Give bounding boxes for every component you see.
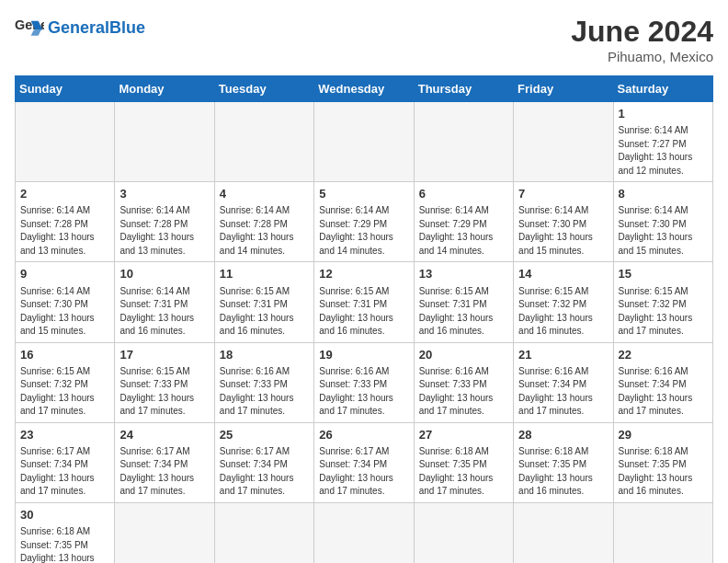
day-number: 2 — [20, 186, 109, 202]
day-info: Sunrise: 6:14 AM Sunset: 7:30 PM Dayligh… — [20, 285, 109, 339]
day-number: 21 — [518, 347, 608, 363]
page-header: General GeneralBlue June 2024 Pihuamo, M… — [15, 15, 713, 64]
day-cell: 22Sunrise: 6:16 AM Sunset: 7:34 PM Dayli… — [613, 342, 712, 422]
day-cell — [414, 502, 513, 563]
day-number: 19 — [319, 347, 408, 363]
day-cell — [214, 502, 313, 563]
day-info: Sunrise: 6:15 AM Sunset: 7:31 PM Dayligh… — [419, 285, 508, 339]
day-cell: 11Sunrise: 6:15 AM Sunset: 7:31 PM Dayli… — [214, 262, 313, 342]
weekday-header-wednesday: Wednesday — [314, 76, 414, 102]
day-cell: 10Sunrise: 6:14 AM Sunset: 7:31 PM Dayli… — [115, 262, 214, 342]
day-cell: 20Sunrise: 6:16 AM Sunset: 7:33 PM Dayli… — [414, 342, 513, 422]
day-cell: 3Sunrise: 6:14 AM Sunset: 7:28 PM Daylig… — [115, 182, 214, 262]
day-number: 26 — [319, 427, 408, 443]
day-number: 7 — [518, 186, 608, 202]
day-cell — [514, 502, 613, 563]
day-number: 4 — [220, 186, 309, 202]
day-info: Sunrise: 6:16 AM Sunset: 7:33 PM Dayligh… — [419, 365, 508, 419]
day-info: Sunrise: 6:17 AM Sunset: 7:34 PM Dayligh… — [119, 445, 209, 499]
day-cell: 2Sunrise: 6:14 AM Sunset: 7:28 PM Daylig… — [16, 182, 115, 262]
day-info: Sunrise: 6:15 AM Sunset: 7:33 PM Dayligh… — [119, 365, 209, 419]
day-info: Sunrise: 6:14 AM Sunset: 7:28 PM Dayligh… — [20, 204, 109, 258]
day-cell — [115, 102, 214, 182]
day-cell: 28Sunrise: 6:18 AM Sunset: 7:35 PM Dayli… — [514, 422, 613, 502]
day-info: Sunrise: 6:16 AM Sunset: 7:33 PM Dayligh… — [220, 365, 309, 419]
weekday-header-saturday: Saturday — [613, 76, 712, 102]
day-info: Sunrise: 6:14 AM Sunset: 7:28 PM Dayligh… — [119, 204, 209, 258]
week-row-3: 9Sunrise: 6:14 AM Sunset: 7:30 PM Daylig… — [16, 262, 713, 342]
day-number: 29 — [619, 427, 708, 443]
day-number: 18 — [220, 347, 309, 363]
day-cell: 9Sunrise: 6:14 AM Sunset: 7:30 PM Daylig… — [16, 262, 115, 342]
day-cell: 12Sunrise: 6:15 AM Sunset: 7:31 PM Dayli… — [314, 262, 414, 342]
weekday-header-friday: Friday — [514, 76, 613, 102]
weekday-header-monday: Monday — [115, 76, 214, 102]
logo-text: GeneralBlue — [48, 18, 145, 38]
day-info: Sunrise: 6:14 AM Sunset: 7:29 PM Dayligh… — [419, 204, 508, 258]
day-cell: 8Sunrise: 6:14 AM Sunset: 7:30 PM Daylig… — [613, 182, 712, 262]
day-info: Sunrise: 6:14 AM Sunset: 7:30 PM Dayligh… — [518, 204, 608, 258]
week-row-4: 16Sunrise: 6:15 AM Sunset: 7:32 PM Dayli… — [16, 342, 713, 422]
day-cell: 15Sunrise: 6:15 AM Sunset: 7:32 PM Dayli… — [613, 262, 712, 342]
weekday-header-thursday: Thursday — [414, 76, 513, 102]
day-number: 15 — [619, 266, 708, 282]
day-info: Sunrise: 6:15 AM Sunset: 7:31 PM Dayligh… — [319, 285, 408, 339]
weekday-header-sunday: Sunday — [16, 76, 115, 102]
title-block: June 2024 Pihuamo, Mexico — [571, 15, 713, 64]
week-row-5: 23Sunrise: 6:17 AM Sunset: 7:34 PM Dayli… — [16, 422, 713, 502]
day-info: Sunrise: 6:15 AM Sunset: 7:32 PM Dayligh… — [619, 285, 708, 339]
day-info: Sunrise: 6:15 AM Sunset: 7:31 PM Dayligh… — [220, 285, 309, 339]
day-info: Sunrise: 6:17 AM Sunset: 7:34 PM Dayligh… — [220, 445, 309, 499]
day-number: 6 — [419, 186, 508, 202]
day-cell — [16, 102, 115, 182]
day-number: 25 — [220, 427, 309, 443]
day-info: Sunrise: 6:16 AM Sunset: 7:34 PM Dayligh… — [619, 365, 708, 419]
day-cell: 13Sunrise: 6:15 AM Sunset: 7:31 PM Dayli… — [414, 262, 513, 342]
day-number: 1 — [619, 106, 708, 122]
day-cell: 14Sunrise: 6:15 AM Sunset: 7:32 PM Dayli… — [514, 262, 613, 342]
day-cell: 7Sunrise: 6:14 AM Sunset: 7:30 PM Daylig… — [514, 182, 613, 262]
weekday-header-tuesday: Tuesday — [214, 76, 313, 102]
day-info: Sunrise: 6:14 AM Sunset: 7:28 PM Dayligh… — [220, 204, 309, 258]
week-row-1: 1Sunrise: 6:14 AM Sunset: 7:27 PM Daylig… — [16, 102, 713, 182]
logo-icon: General — [15, 15, 44, 40]
day-number: 20 — [419, 347, 508, 363]
day-cell: 27Sunrise: 6:18 AM Sunset: 7:35 PM Dayli… — [414, 422, 513, 502]
day-cell: 5Sunrise: 6:14 AM Sunset: 7:29 PM Daylig… — [314, 182, 414, 262]
day-info: Sunrise: 6:17 AM Sunset: 7:34 PM Dayligh… — [319, 445, 408, 499]
day-number: 13 — [419, 266, 508, 282]
day-number: 28 — [518, 427, 608, 443]
day-number: 23 — [20, 427, 109, 443]
day-cell: 30Sunrise: 6:18 AM Sunset: 7:35 PM Dayli… — [16, 502, 115, 563]
day-cell: 26Sunrise: 6:17 AM Sunset: 7:34 PM Dayli… — [314, 422, 414, 502]
day-number: 17 — [119, 347, 209, 363]
day-number: 12 — [319, 266, 408, 282]
day-cell: 29Sunrise: 6:18 AM Sunset: 7:35 PM Dayli… — [613, 422, 712, 502]
day-cell: 17Sunrise: 6:15 AM Sunset: 7:33 PM Dayli… — [115, 342, 214, 422]
day-cell — [613, 502, 712, 563]
day-cell: 23Sunrise: 6:17 AM Sunset: 7:34 PM Dayli… — [16, 422, 115, 502]
day-info: Sunrise: 6:18 AM Sunset: 7:35 PM Dayligh… — [20, 525, 109, 563]
day-cell: 19Sunrise: 6:16 AM Sunset: 7:33 PM Dayli… — [314, 342, 414, 422]
day-info: Sunrise: 6:18 AM Sunset: 7:35 PM Dayligh… — [419, 445, 508, 499]
day-info: Sunrise: 6:15 AM Sunset: 7:32 PM Dayligh… — [20, 365, 109, 419]
logo: General GeneralBlue — [15, 15, 145, 40]
day-info: Sunrise: 6:18 AM Sunset: 7:35 PM Dayligh… — [518, 445, 608, 499]
day-cell: 25Sunrise: 6:17 AM Sunset: 7:34 PM Dayli… — [214, 422, 313, 502]
day-info: Sunrise: 6:14 AM Sunset: 7:27 PM Dayligh… — [619, 124, 708, 178]
day-cell: 18Sunrise: 6:16 AM Sunset: 7:33 PM Dayli… — [214, 342, 313, 422]
day-cell — [514, 102, 613, 182]
logo-blue: Blue — [109, 18, 145, 37]
day-info: Sunrise: 6:17 AM Sunset: 7:34 PM Dayligh… — [20, 445, 109, 499]
day-number: 14 — [518, 266, 608, 282]
day-cell: 4Sunrise: 6:14 AM Sunset: 7:28 PM Daylig… — [214, 182, 313, 262]
day-cell: 24Sunrise: 6:17 AM Sunset: 7:34 PM Dayli… — [115, 422, 214, 502]
day-info: Sunrise: 6:14 AM Sunset: 7:31 PM Dayligh… — [119, 285, 209, 339]
day-number: 3 — [119, 186, 209, 202]
day-number: 22 — [619, 347, 708, 363]
day-number: 16 — [20, 347, 109, 363]
day-info: Sunrise: 6:18 AM Sunset: 7:35 PM Dayligh… — [619, 445, 708, 499]
day-number: 5 — [319, 186, 408, 202]
calendar-table: SundayMondayTuesdayWednesdayThursdayFrid… — [15, 75, 713, 563]
day-number: 24 — [119, 427, 209, 443]
